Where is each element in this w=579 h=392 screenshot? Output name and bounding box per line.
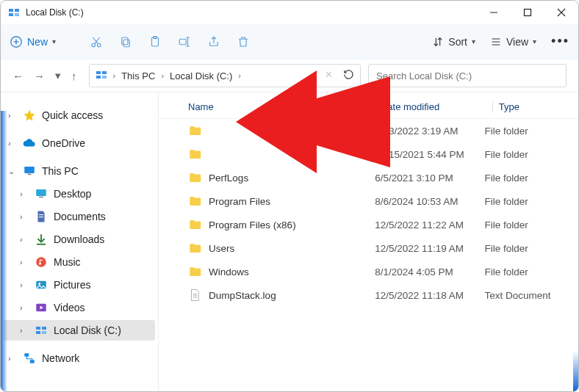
- file-type: File folder: [484, 149, 571, 160]
- more-button[interactable]: •••: [551, 34, 569, 49]
- sidebar-item-network[interactable]: › Network: [4, 348, 155, 369]
- svg-point-39: [38, 283, 40, 285]
- monitor-icon: [23, 164, 36, 178]
- column-header-name[interactable]: Name: [188, 101, 374, 112]
- sidebar: › Quick access › OneDrive ⌄ This PC: [1, 92, 159, 391]
- sidebar-item-label: This PC: [42, 165, 79, 177]
- sidebar-item-pictures[interactable]: ›Pictures: [4, 275, 155, 295]
- sidebar-item-label: OneDrive: [42, 137, 85, 149]
- videos-icon: [35, 301, 48, 314]
- folder-icon: [188, 171, 201, 184]
- paste-icon[interactable]: [147, 34, 163, 50]
- address-clear-icon[interactable]: ✕: [325, 69, 333, 82]
- sidebar-item-quick-access[interactable]: › Quick access: [4, 105, 155, 126]
- file-type: File folder: [484, 219, 571, 231]
- new-button-label: New: [27, 36, 48, 48]
- svg-rect-31: [28, 174, 32, 175]
- table-row[interactable]: 5/13/2022 3:19 AMFile folder: [159, 119, 578, 142]
- sidebar-item-label: Videos: [54, 302, 85, 313]
- chevron-down-icon: ▾: [533, 37, 536, 46]
- chevron-down-icon[interactable]: ⌄: [8, 167, 17, 176]
- view-button[interactable]: View ▾: [490, 36, 536, 48]
- recent-locations[interactable]: ▾: [55, 69, 61, 82]
- cut-icon[interactable]: [88, 34, 104, 50]
- new-button[interactable]: New ▾: [10, 35, 56, 48]
- folder-icon: [188, 148, 201, 161]
- delete-icon[interactable]: [235, 34, 251, 50]
- sidebar-item-local-disk[interactable]: ›Local Disk (C:): [4, 320, 155, 341]
- chevron-right-icon[interactable]: ›: [20, 212, 29, 221]
- forward-button[interactable]: →: [34, 70, 45, 82]
- table-row[interactable]: Program Files (x86)12/5/2022 11:22 AMFil…: [159, 213, 578, 236]
- chevron-right-icon: ›: [237, 71, 242, 80]
- svg-rect-19: [179, 39, 186, 45]
- chevron-right-icon[interactable]: ›: [20, 189, 29, 198]
- sidebar-item-desktop[interactable]: ›Desktop: [4, 184, 155, 204]
- table-row[interactable]: Program Files8/6/2024 10:53 AMFile folde…: [159, 189, 578, 213]
- file-type: File folder: [484, 266, 571, 277]
- view-button-label: View: [506, 36, 528, 48]
- svg-rect-42: [42, 327, 46, 330]
- file-type: File folder: [484, 196, 571, 207]
- up-button[interactable]: ↑: [71, 70, 77, 82]
- chevron-right-icon[interactable]: ›: [20, 280, 29, 289]
- nav-arrows: ← → ▾ ↑: [12, 69, 77, 82]
- back-button[interactable]: ←: [12, 70, 24, 82]
- chevron-right-icon: ›: [112, 71, 118, 80]
- table-row[interactable]: 10/15/2021 5:44 PMFile folder: [159, 142, 578, 166]
- chevron-right-icon[interactable]: ›: [8, 111, 17, 120]
- chevron-right-icon[interactable]: ›: [8, 354, 17, 363]
- breadcrumb-local-disk[interactable]: Local Disk (C:): [170, 70, 232, 81]
- svg-rect-16: [122, 37, 128, 45]
- svg-point-12: [98, 43, 101, 47]
- toolbar: New ▾ Sort ▾ View ▾ •••: [1, 24, 578, 59]
- close-button[interactable]: [544, 1, 578, 24]
- table-row[interactable]: Users12/5/2022 11:19 AMFile folder: [159, 236, 578, 260]
- svg-rect-35: [39, 217, 43, 217]
- sidebar-item-downloads[interactable]: ›Downloads: [4, 229, 155, 250]
- column-header-date[interactable]: Date modified: [374, 101, 492, 112]
- file-name: Users: [209, 243, 375, 254]
- address-bar[interactable]: › This PC › Local Disk (C:) › ✕: [89, 64, 362, 87]
- table-row[interactable]: PerfLogs6/5/2021 3:10 PMFile folder: [159, 166, 578, 189]
- window-controls: [477, 1, 578, 24]
- sidebar-item-this-pc[interactable]: ⌄ This PC: [4, 161, 155, 181]
- sidebar-item-onedrive[interactable]: › OneDrive: [4, 133, 155, 153]
- svg-rect-2: [9, 13, 13, 16]
- address-row: ← → ▾ ↑ › This PC › Local Disk (C:) › ✕: [1, 59, 578, 92]
- sidebar-item-documents[interactable]: ›Documents: [4, 206, 155, 227]
- chevron-right-icon[interactable]: ›: [20, 326, 29, 335]
- file-name: Program Files: [209, 196, 375, 207]
- search-box[interactable]: [368, 64, 567, 87]
- sort-button[interactable]: Sort ▾: [432, 36, 475, 48]
- breadcrumb-this-pc[interactable]: This PC: [121, 70, 155, 81]
- sidebar-item-label: Downloads: [54, 233, 104, 245]
- star-icon: [23, 109, 36, 122]
- file-list: Name Date modified Type 5/13/2022 3:19 A…: [159, 92, 578, 391]
- folder-icon: [188, 195, 201, 208]
- table-row[interactable]: DumpStack.log12/5/2022 11:18 AMText Docu…: [159, 283, 578, 307]
- sidebar-item-videos[interactable]: ›Videos: [4, 297, 155, 318]
- rename-icon[interactable]: [176, 34, 193, 50]
- share-icon[interactable]: [206, 34, 222, 50]
- svg-rect-1: [15, 9, 19, 12]
- folder-icon: [188, 265, 201, 278]
- drive-icon: [96, 69, 107, 83]
- chevron-right-icon[interactable]: ›: [20, 235, 29, 244]
- svg-point-37: [39, 263, 41, 265]
- column-header-type[interactable]: Type: [492, 101, 571, 112]
- sidebar-item-music[interactable]: ›Music: [4, 252, 155, 272]
- table-row[interactable]: Windows8/1/2024 4:05 PMFile folder: [159, 260, 578, 283]
- sidebar-item-label: Music: [54, 256, 81, 268]
- copy-icon[interactable]: [118, 34, 134, 50]
- chevron-right-icon[interactable]: ›: [8, 139, 17, 148]
- file-type: File folder: [484, 243, 571, 254]
- file-name: Program Files (x86): [209, 219, 375, 231]
- refresh-icon[interactable]: [343, 69, 354, 82]
- maximize-button[interactable]: [511, 1, 544, 24]
- search-input[interactable]: [376, 70, 558, 81]
- minimize-button[interactable]: [477, 1, 511, 24]
- chevron-right-icon[interactable]: ›: [20, 303, 29, 312]
- chevron-right-icon[interactable]: ›: [20, 258, 29, 266]
- sidebar-item-label: Documents: [54, 211, 106, 222]
